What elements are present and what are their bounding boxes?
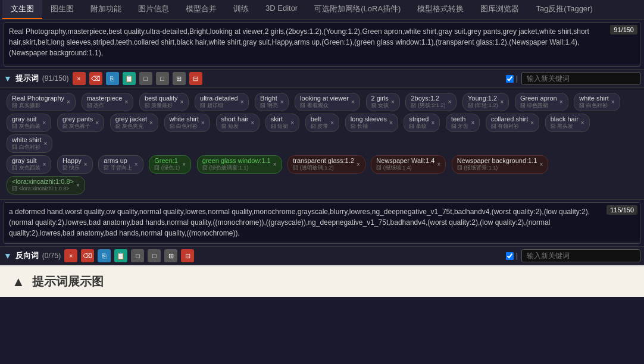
clear-positive-button[interactable]: × xyxy=(73,72,86,85)
tag-close-icon[interactable]: × xyxy=(437,161,440,168)
tag-close-icon[interactable]: × xyxy=(280,99,284,105)
tag-arms-up[interactable]: arms up囧 手臂向上 × xyxy=(98,155,143,174)
tag-close-icon[interactable]: × xyxy=(67,99,70,105)
tag-bright[interactable]: Bright囧 明亮 × xyxy=(255,93,289,111)
extra-negative-2[interactable]: ⊟ xyxy=(181,249,194,262)
tag-white-shirt-2[interactable]: white shirt囧 白色衬衫 × xyxy=(164,114,210,132)
toggle-positive-2[interactable]: □ xyxy=(156,72,169,85)
tab-image-to-image[interactable]: 图生图 xyxy=(42,0,82,19)
tag-close-icon[interactable]: × xyxy=(471,120,474,126)
positive-prompt-textarea[interactable] xyxy=(4,23,640,64)
tag-close-icon[interactable]: × xyxy=(201,120,205,126)
tag-close-icon[interactable]: × xyxy=(290,120,294,126)
tag-striped[interactable]: striped囧 条纹 × xyxy=(404,114,440,132)
tag-lora-xincaizhi[interactable]: <lora:xincaizhi:1:0.8>囧 <lora:xincaizhi:… xyxy=(7,176,85,194)
tab-3d-editor[interactable]: 3D Editor xyxy=(257,0,306,19)
tab-model-merge[interactable]: 模型合并 xyxy=(177,0,225,19)
tag-close-icon[interactable]: × xyxy=(581,120,584,126)
tag-close-icon[interactable]: × xyxy=(240,99,244,105)
negative-checkbox[interactable] xyxy=(506,252,514,260)
tag-looking-at-viewer[interactable]: looking at viewer囧 看着观众 × xyxy=(295,93,360,111)
tag-close-icon[interactable]: × xyxy=(124,99,128,105)
copy-negative-button[interactable]: ⎘ xyxy=(98,249,111,262)
positive-checkbox[interactable] xyxy=(506,75,514,83)
tag-close-icon[interactable]: × xyxy=(43,161,46,168)
tag-green-1[interactable]: Green:1囧 (绿色:1) × xyxy=(149,155,191,174)
tag-short-hair[interactable]: short hair囧 短发 × xyxy=(216,114,260,132)
tag-gray-suit-2[interactable]: gray suit囧 灰色西装 × xyxy=(7,155,51,174)
toggle-positive-1[interactable]: □ xyxy=(139,72,152,85)
tag-newspaper-background[interactable]: Newspaper background:1.1囧 (报纸背景:1.1) × xyxy=(452,155,548,174)
negative-keyword-input[interactable] xyxy=(521,249,640,262)
tag-long-sleeves[interactable]: long sleeves囧 长袖 × xyxy=(345,114,398,132)
tab-gallery-browser[interactable]: 图库浏览器 xyxy=(472,0,527,19)
tag-close-icon[interactable]: × xyxy=(330,120,334,126)
tag-young[interactable]: Young:1.2囧 (年轻:1.2) × xyxy=(462,93,509,111)
tag-black-hair[interactable]: black hair囧 黑头发 × xyxy=(545,114,590,132)
tag-close-icon[interactable]: × xyxy=(251,120,254,126)
tab-training[interactable]: 训练 xyxy=(225,0,257,19)
tag-grey-pants[interactable]: grey pants囧 灰色裤子 × xyxy=(57,114,104,132)
tag-green-apron[interactable]: Green apron囧 绿色围裙 × xyxy=(515,93,568,111)
paste-negative-button[interactable]: 📋 xyxy=(114,249,127,262)
tag-newspaper-wall[interactable]: Newspaper Wall:1.4囧 (报纸墙:1.4) × xyxy=(371,155,446,174)
extra-negative-1[interactable]: ⊞ xyxy=(164,249,177,262)
tag-happy[interactable]: Happy囧 快乐 × xyxy=(57,155,93,174)
tag-green-glass-window[interactable]: green glass window:1.1囧 (绿色玻璃窗:1.1) × xyxy=(197,155,282,174)
tag-transparent-glass[interactable]: transparent glass:1.2囧 (透明玻璃:1.2) × xyxy=(287,155,365,174)
tag-close-icon[interactable]: × xyxy=(135,161,138,168)
tag-2boys[interactable]: 2boys:1.2囧 (男孩:2:1.2) × xyxy=(405,93,457,111)
negative-prompt-textarea[interactable] xyxy=(4,203,640,241)
toggle-negative-1[interactable]: □ xyxy=(131,249,144,262)
tag-close-icon[interactable]: × xyxy=(44,140,48,147)
tag-best-quality[interactable]: best quality囧 质量最好 × xyxy=(139,93,189,111)
bottom-title: 提示词展示图 xyxy=(32,274,104,290)
tag-close-icon[interactable]: × xyxy=(431,120,434,126)
tag-ultra-detailed[interactable]: ultra-detailed囧 超详细 × xyxy=(195,93,249,111)
tag-close-icon[interactable]: × xyxy=(611,99,615,105)
tab-lora-plugin[interactable]: 可选附加网络(LoRA插件) xyxy=(306,0,409,19)
tag-2girls[interactable]: 2 girls囧 女孩 × xyxy=(366,93,400,111)
tag-teeth[interactable]: teeth囧 牙齿 × xyxy=(446,114,480,132)
tag-close-icon[interactable]: × xyxy=(149,120,153,126)
copy-positive-button[interactable]: ⎘ xyxy=(106,72,119,85)
tag-close-icon[interactable]: × xyxy=(391,99,395,105)
tab-extra-features[interactable]: 附加功能 xyxy=(82,0,130,19)
tag-real-photography[interactable]: Real Photography囧 真实摄影 × xyxy=(7,93,76,111)
tag-close-icon[interactable]: × xyxy=(43,120,46,126)
toggle-negative-2[interactable]: □ xyxy=(148,249,161,262)
extra-positive-2[interactable]: ⊟ xyxy=(189,72,202,85)
positive-keyword-input[interactable] xyxy=(521,72,640,85)
tag-close-icon[interactable]: × xyxy=(357,161,360,168)
tag-skirt[interactable]: skirt囧 短裙 × xyxy=(265,114,299,132)
tab-image-info[interactable]: 图片信息 xyxy=(130,0,177,19)
tag-white-shirt-1[interactable]: white shirt囧 白色衬衫 × xyxy=(574,93,620,111)
paste-positive-button[interactable]: 📋 xyxy=(123,72,136,85)
tag-close-icon[interactable]: × xyxy=(180,99,184,105)
tag-close-icon[interactable]: × xyxy=(389,120,393,126)
tag-close-icon[interactable]: × xyxy=(351,99,355,105)
extra-positive-1[interactable]: ⊞ xyxy=(173,72,186,85)
tab-model-convert[interactable]: 模型格式转换 xyxy=(409,0,472,19)
tag-gray-suit-1[interactable]: gray suit囧 灰色西装 × xyxy=(7,114,51,132)
delete-positive-button[interactable]: ⌫ xyxy=(89,72,102,85)
tag-close-icon[interactable]: × xyxy=(84,161,87,168)
tag-close-icon[interactable]: × xyxy=(559,99,563,105)
clear-negative-button[interactable]: × xyxy=(64,249,77,262)
tag-close-icon[interactable]: × xyxy=(76,182,80,189)
tag-white-shirt-3[interactable]: white shirt囧 白色衬衫 × xyxy=(7,134,52,153)
tag-grey-jacket[interactable]: grey jacket囧 灰色夹克 × xyxy=(110,114,158,132)
tab-text-to-image[interactable]: 文生图 xyxy=(2,0,42,19)
tag-close-icon[interactable]: × xyxy=(500,99,504,105)
tag-collared-shirt[interactable]: collared shirt囧 有领衬衫 × xyxy=(486,114,539,132)
tab-tagger[interactable]: Tag反推(Tagger) xyxy=(527,0,601,19)
tag-close-icon[interactable]: × xyxy=(273,161,277,168)
delete-negative-button[interactable]: ⌫ xyxy=(81,249,94,262)
tag-masterpiece[interactable]: masterpiece囧 杰作 × xyxy=(82,93,134,111)
tag-close-icon[interactable]: × xyxy=(530,120,534,126)
tag-close-icon[interactable]: × xyxy=(448,99,452,105)
tag-belt[interactable]: belt囧 皮带 × xyxy=(305,114,339,132)
tag-close-icon[interactable]: × xyxy=(182,161,186,168)
tag-close-icon[interactable]: × xyxy=(95,120,99,126)
tag-close-icon[interactable]: × xyxy=(539,161,543,168)
